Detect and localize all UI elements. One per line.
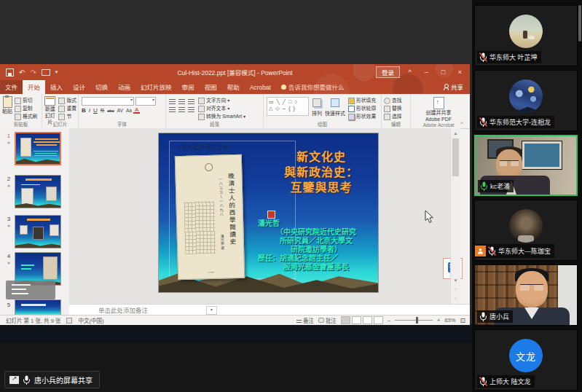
comments-toggle-button[interactable]: 批注 bbox=[318, 316, 337, 324]
smartart-button[interactable]: 转换为 SmartArt▾ bbox=[198, 113, 245, 120]
underline-button[interactable]: U bbox=[92, 107, 99, 114]
clear-format-button[interactable]: abc bbox=[106, 109, 116, 113]
notes-toggle-button[interactable]: 备注 bbox=[296, 316, 314, 324]
powerpoint-window: ↶ ↷ ▾ Cul-Hist-2022.ppt [兼容模式] - PowerPo… bbox=[0, 64, 470, 324]
quick-styles-button[interactable]: 快速样式 bbox=[325, 97, 345, 117]
create-pdf-button[interactable]: 创建并共享Adobe PDF bbox=[411, 96, 466, 122]
copy-button[interactable]: 复制 bbox=[15, 105, 37, 112]
qat-customize-icon[interactable]: ▾ bbox=[55, 69, 58, 75]
align-text-button[interactable]: 对齐文本▾ bbox=[198, 105, 245, 112]
replace-button[interactable]: 替换 bbox=[384, 105, 408, 112]
tab-slideshow[interactable]: 幻灯片放映 bbox=[135, 80, 177, 94]
participant-tile[interactable]: 华东师大—陈珈宝 bbox=[474, 200, 578, 261]
undo-icon[interactable]: ↶ bbox=[19, 68, 25, 77]
notes-pane[interactable]: 单击此处添加备注 ▾ bbox=[69, 304, 470, 315]
notes-splitter-button[interactable]: ▾ bbox=[206, 306, 217, 315]
save-icon[interactable] bbox=[6, 68, 14, 77]
login-button[interactable]: 登录 bbox=[376, 66, 400, 78]
change-case-button[interactable]: Aa bbox=[125, 108, 133, 113]
shape-fill-button[interactable]: 形状填充 bbox=[348, 97, 376, 104]
minimize-icon[interactable]: – bbox=[420, 66, 433, 78]
current-slide[interactable]: • 单击此处添加文本 晚清士人的西學閱讀史 一八三三～一八九八 潘光哲 著 ▪ … bbox=[159, 133, 378, 292]
tab-acrobat[interactable]: Acrobat bbox=[245, 82, 276, 94]
tab-design[interactable]: 设计 bbox=[68, 80, 90, 94]
reading-view-button[interactable] bbox=[363, 316, 372, 324]
tab-insert[interactable]: 插入 bbox=[45, 80, 68, 94]
participant-tile[interactable]: 华东师范大学-连相龙 bbox=[474, 70, 578, 131]
font-name-combo[interactable] bbox=[82, 97, 134, 106]
previous-slide-icon[interactable]: ↑ bbox=[451, 285, 460, 294]
zoom-in-button[interactable]: + bbox=[437, 317, 440, 324]
reset-button[interactable]: 重置 bbox=[58, 105, 76, 112]
ribbon-display-icon[interactable]: ^ bbox=[403, 66, 417, 78]
book-cover-image: 晚清士人的西學閱讀史 一八三三～一八九八 潘光哲 著 ▪ ▪▪▪▪ bbox=[175, 154, 245, 280]
shape-effects-button[interactable]: 形状效果 bbox=[348, 113, 376, 120]
new-slide-icon bbox=[44, 96, 55, 106]
zoom-slider-thumb[interactable] bbox=[416, 317, 418, 324]
screen-share-banner[interactable]: 唐小兵的屏幕共享 bbox=[4, 371, 100, 388]
tab-help[interactable]: 帮助 bbox=[222, 80, 245, 94]
shapes-gallery[interactable]: ▭ ╲ ╱ □ ○ △ ◇ ⌣ { } bbox=[267, 97, 309, 116]
paragraph-group: 文字方向▾ 对齐文本▾ 转换为 SmartArt▾ 段落 bbox=[166, 94, 264, 128]
section-button[interactable]: 节 bbox=[58, 113, 76, 120]
tab-home[interactable]: 开始 bbox=[23, 80, 45, 94]
slide-thumbnail-3[interactable] bbox=[15, 215, 61, 248]
strikethrough-button[interactable]: S bbox=[99, 107, 106, 114]
start-slideshow-icon[interactable] bbox=[42, 69, 50, 76]
tab-transitions[interactable]: 切换 bbox=[90, 80, 113, 94]
tab-view[interactable]: 视图 bbox=[200, 80, 222, 94]
layout-button[interactable]: 版式 bbox=[58, 97, 76, 104]
participant-name: 唐小兵 bbox=[489, 312, 509, 321]
collapse-ribbon-icon[interactable]: ^ bbox=[460, 120, 463, 127]
line-spacing-icon[interactable] bbox=[188, 106, 194, 112]
tab-review[interactable]: 审阅 bbox=[177, 80, 200, 94]
slide-sorter-view-button[interactable] bbox=[352, 316, 361, 324]
participant-tile[interactable]: 华东师大 叶芷坤 bbox=[474, 5, 578, 66]
align-center-icon[interactable] bbox=[178, 106, 185, 112]
zoom-slider[interactable] bbox=[395, 320, 433, 321]
scrollbar-thumb[interactable] bbox=[452, 138, 459, 176]
bullets-icon[interactable] bbox=[169, 98, 176, 104]
next-slide-icon[interactable]: ↓ bbox=[451, 294, 460, 302]
format-painter-button[interactable]: 格式刷 bbox=[15, 113, 37, 120]
participant-tile[interactable]: 文龙 上师大 陆文龙 bbox=[474, 329, 578, 391]
sidebar-scrollbar[interactable] bbox=[578, 5, 581, 42]
vertical-scrollbar[interactable]: ▲ ▼ ↑ ↓ bbox=[450, 128, 460, 304]
arrange-button[interactable]: 排列 bbox=[312, 97, 322, 117]
participant-tile[interactable]: 唐小兵 bbox=[474, 264, 578, 326]
select-button[interactable]: 选择 bbox=[384, 113, 408, 120]
char-spacing-button[interactable]: AV bbox=[116, 108, 125, 113]
find-button[interactable]: 查找 bbox=[384, 97, 408, 104]
normal-view-button[interactable] bbox=[341, 316, 350, 324]
paste-button[interactable]: 粘贴 bbox=[2, 96, 12, 120]
font-size-combo[interactable] bbox=[135, 97, 156, 106]
share-button[interactable]: 共享 bbox=[439, 80, 470, 94]
slide-thumbnail-5[interactable] bbox=[15, 299, 61, 315]
font-color-button[interactable]: A bbox=[133, 107, 140, 114]
tab-animations[interactable]: 动画 bbox=[113, 80, 135, 94]
slide-thumbnail-1[interactable] bbox=[15, 132, 61, 165]
ribbon: 粘贴 剪切 复制 格式刷 剪贴板 新建幻灯片 bbox=[0, 94, 470, 129]
tab-file[interactable]: 文件 bbox=[0, 80, 23, 94]
participant-tile-speaking[interactable]: kc老潘 bbox=[474, 135, 578, 196]
zoom-percentage[interactable]: 63% bbox=[444, 317, 455, 324]
maximize-icon[interactable]: □ bbox=[436, 66, 450, 78]
text-direction-button[interactable]: 文字方向▾ bbox=[198, 97, 245, 104]
align-left-icon[interactable] bbox=[169, 106, 176, 112]
accessibility-icon[interactable] bbox=[66, 318, 72, 324]
close-icon[interactable]: × bbox=[453, 66, 467, 78]
shape-outline-button[interactable]: 形状轮廓 bbox=[348, 105, 376, 112]
redo-icon[interactable]: ↷ bbox=[30, 68, 36, 77]
tell-me-box[interactable]: 告诉我你想要做什么 bbox=[276, 80, 350, 94]
zoom-out-button[interactable]: – bbox=[388, 317, 390, 324]
fit-to-window-icon[interactable]: ⊡ bbox=[460, 317, 465, 324]
scroll-down-icon[interactable]: ▼ bbox=[451, 276, 460, 285]
bold-button[interactable]: B bbox=[80, 107, 87, 114]
numbering-icon[interactable] bbox=[178, 98, 185, 104]
language-indicator[interactable]: 中文(中国) bbox=[78, 316, 103, 324]
slideshow-view-button[interactable] bbox=[374, 316, 383, 324]
cut-button[interactable]: 剪切 bbox=[15, 97, 37, 104]
indent-icon[interactable] bbox=[188, 98, 194, 104]
scroll-up-icon[interactable]: ▲ bbox=[451, 129, 460, 138]
slide-thumbnail-2[interactable] bbox=[15, 175, 61, 208]
